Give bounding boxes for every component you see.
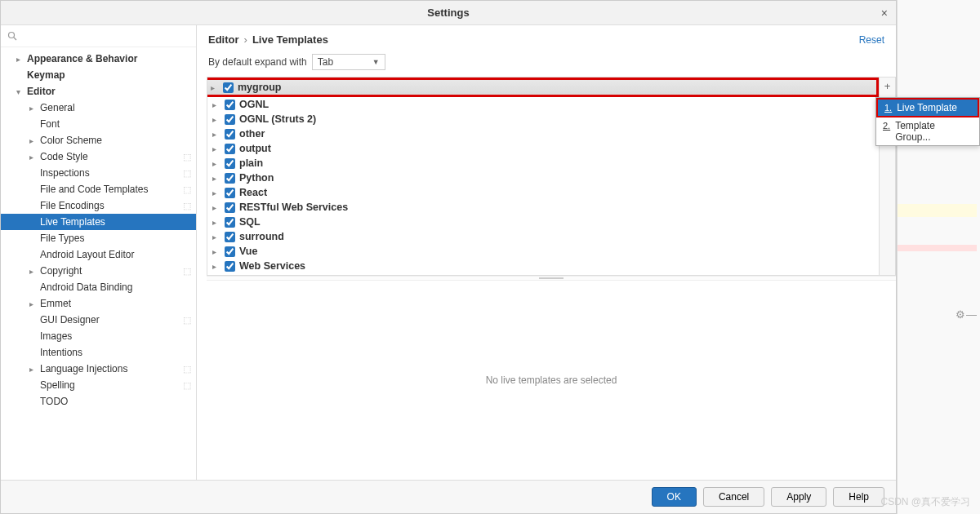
chevron-icon: ▸ bbox=[27, 136, 35, 145]
chevron-icon: ▸ bbox=[27, 365, 35, 374]
sidebar-item-label: Live Templates bbox=[40, 216, 191, 228]
template-group-mygroup[interactable]: ▸mygroup bbox=[207, 78, 879, 97]
sidebar-item-inspections[interactable]: ▸Inspections⬚ bbox=[1, 165, 196, 181]
chevron-right-icon: ▸ bbox=[212, 203, 220, 212]
popup-item-live-template[interactable]: 1.Live Template bbox=[876, 98, 979, 117]
dialog-body: ▸Appearance & Behavior▸Keymap▾Editor▸Gen… bbox=[1, 25, 896, 480]
group-label: React bbox=[239, 187, 267, 198]
sidebar-item-label: Editor bbox=[27, 86, 191, 97]
group-checkbox[interactable] bbox=[225, 246, 235, 257]
sidebar-item-copyright[interactable]: ▸Copyright⬚ bbox=[1, 263, 196, 279]
ok-button[interactable]: OK bbox=[652, 487, 697, 507]
empty-message: No live templates are selected bbox=[486, 374, 617, 386]
chevron-right-icon: ▸ bbox=[211, 83, 219, 92]
gear-icon: ⬚ bbox=[183, 266, 191, 277]
group-label: mygroup bbox=[238, 82, 281, 93]
minimize-icon[interactable]: — bbox=[966, 308, 977, 321]
cancel-button[interactable]: Cancel bbox=[703, 487, 764, 507]
template-group-restful-web-services[interactable]: ▸RESTful Web Services bbox=[207, 200, 879, 215]
sidebar-item-todo[interactable]: ▸TODO bbox=[1, 393, 196, 410]
sidebar-item-label: Language Injections bbox=[40, 363, 178, 374]
sidebar-item-label: File Types bbox=[40, 233, 191, 244]
sidebar-item-android-layout-editor[interactable]: ▸Android Layout Editor bbox=[1, 246, 196, 263]
sidebar-item-live-templates[interactable]: ▸Live Templates bbox=[1, 214, 196, 230]
sidebar-item-label: Intentions bbox=[40, 347, 191, 358]
group-checkbox[interactable] bbox=[225, 261, 235, 272]
search-icon bbox=[7, 31, 17, 41]
group-checkbox[interactable] bbox=[225, 202, 235, 213]
template-area: ▸mygroup▸OGNL▸OGNL (Struts 2)▸other▸outp… bbox=[207, 77, 896, 276]
group-checkbox[interactable] bbox=[223, 82, 234, 93]
template-group-sql[interactable]: ▸SQL bbox=[207, 215, 879, 229]
sidebar-item-gui-designer[interactable]: ▸GUI Designer⬚ bbox=[1, 312, 196, 328]
group-checkbox[interactable] bbox=[225, 114, 235, 125]
template-group-list[interactable]: ▸mygroup▸OGNL▸OGNL (Struts 2)▸other▸outp… bbox=[207, 78, 879, 275]
chevron-icon: ▸ bbox=[14, 55, 22, 64]
sidebar-item-android-data-binding[interactable]: ▸Android Data Binding bbox=[1, 279, 196, 295]
group-checkbox[interactable] bbox=[225, 144, 235, 154]
help-button[interactable]: Help bbox=[833, 487, 884, 507]
group-checkbox[interactable] bbox=[225, 173, 235, 184]
group-checkbox[interactable] bbox=[225, 100, 235, 110]
template-group-ognl-struts-2-[interactable]: ▸OGNL (Struts 2) bbox=[207, 112, 879, 126]
sidebar-item-intentions[interactable]: ▸Intentions bbox=[1, 344, 196, 361]
template-group-ognl[interactable]: ▸OGNL bbox=[207, 97, 879, 112]
close-icon[interactable]: × bbox=[881, 7, 888, 20]
add-popup-menu: 1.Live Template2.Template Group... bbox=[875, 97, 980, 146]
sidebar-item-color-scheme[interactable]: ▸Color Scheme bbox=[1, 132, 196, 148]
group-checkbox[interactable] bbox=[225, 232, 235, 242]
gear-icon[interactable]: ⚙ bbox=[956, 308, 965, 321]
chevron-icon: ▸ bbox=[27, 299, 35, 308]
sidebar-item-label: Keymap bbox=[27, 69, 191, 81]
popup-item-template-group-[interactable]: 2.Template Group... bbox=[876, 117, 979, 145]
sidebar-item-language-injections[interactable]: ▸Language Injections⬚ bbox=[1, 361, 196, 377]
sidebar-item-label: Appearance & Behavior bbox=[27, 53, 191, 64]
sidebar-item-file-types[interactable]: ▸File Types bbox=[1, 230, 196, 246]
popup-label: Template Group... bbox=[895, 120, 973, 143]
sidebar-item-label: Emmet bbox=[40, 298, 191, 309]
sidebar-item-emmet[interactable]: ▸Emmet bbox=[1, 295, 196, 312]
group-checkbox[interactable] bbox=[225, 158, 235, 169]
breadcrumb-leaf: Live Templates bbox=[252, 33, 328, 46]
sidebar-item-label: File Encodings bbox=[40, 200, 178, 211]
group-checkbox[interactable] bbox=[225, 217, 235, 228]
sidebar-item-appearance-behavior[interactable]: ▸Appearance & Behavior bbox=[1, 51, 196, 67]
add-button[interactable]: + bbox=[882, 80, 893, 91]
expand-row: By default expand with Tab ▼ bbox=[197, 51, 896, 77]
template-group-plain[interactable]: ▸plain bbox=[207, 156, 879, 171]
popup-hotkey: 1. bbox=[884, 103, 892, 113]
sidebar-item-editor[interactable]: ▾Editor bbox=[1, 83, 196, 100]
sidebar: ▸Appearance & Behavior▸Keymap▾Editor▸Gen… bbox=[1, 25, 197, 480]
search-input[interactable] bbox=[20, 30, 189, 42]
chevron-right-icon: ▸ bbox=[212, 100, 220, 109]
sidebar-item-keymap[interactable]: ▸Keymap bbox=[1, 67, 196, 83]
reset-link[interactable]: Reset bbox=[859, 34, 884, 46]
template-group-output[interactable]: ▸output bbox=[207, 141, 879, 156]
settings-tree[interactable]: ▸Appearance & Behavior▸Keymap▾Editor▸Gen… bbox=[1, 47, 196, 480]
sidebar-item-file-encodings[interactable]: ▸File Encodings⬚ bbox=[1, 197, 196, 214]
sidebar-item-spelling[interactable]: ▸Spelling⬚ bbox=[1, 377, 196, 393]
sidebar-item-label: General bbox=[40, 102, 191, 113]
sidebar-item-code-style[interactable]: ▸Code Style⬚ bbox=[1, 148, 196, 165]
group-checkbox[interactable] bbox=[225, 129, 235, 140]
apply-button[interactable]: Apply bbox=[771, 487, 826, 507]
sidebar-item-font[interactable]: ▸Font bbox=[1, 116, 196, 132]
sidebar-item-general[interactable]: ▸General bbox=[1, 100, 196, 116]
template-group-vue[interactable]: ▸Vue bbox=[207, 244, 879, 259]
template-group-surround[interactable]: ▸surround bbox=[207, 229, 879, 244]
template-group-react[interactable]: ▸React bbox=[207, 185, 879, 200]
template-group-python[interactable]: ▸Python bbox=[207, 171, 879, 185]
template-group-xsl[interactable]: ▸xsl bbox=[207, 273, 879, 275]
sidebar-item-file-and-code-templates[interactable]: ▸File and Code Templates⬚ bbox=[1, 181, 196, 197]
sidebar-item-label: Spelling bbox=[40, 379, 178, 391]
group-checkbox[interactable] bbox=[225, 188, 235, 198]
expand-select[interactable]: Tab ▼ bbox=[312, 54, 385, 70]
chevron-right-icon: ▸ bbox=[212, 218, 220, 227]
detail-pane: No live templates are selected bbox=[207, 281, 896, 480]
gear-icon: ⬚ bbox=[183, 152, 191, 162]
template-group-other[interactable]: ▸other bbox=[207, 126, 879, 141]
sidebar-item-label: Android Data Binding bbox=[40, 281, 191, 293]
sidebar-item-label: Font bbox=[40, 118, 191, 130]
template-group-web-services[interactable]: ▸Web Services bbox=[207, 259, 879, 273]
sidebar-item-images[interactable]: ▸Images bbox=[1, 328, 196, 344]
